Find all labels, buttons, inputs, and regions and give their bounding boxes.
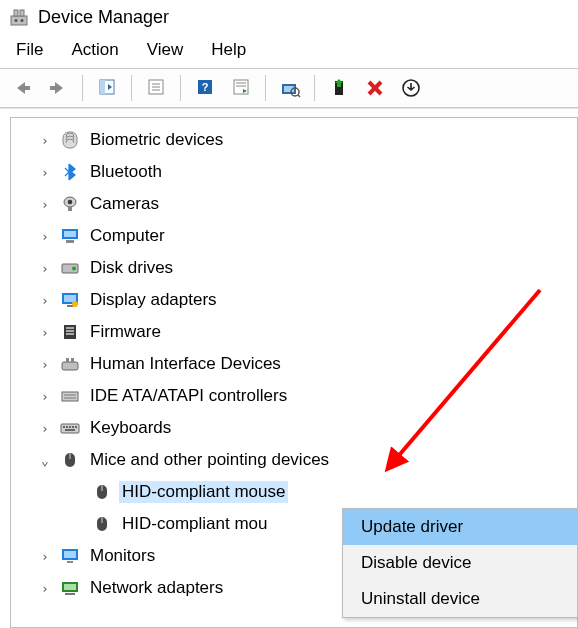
- app-icon: [8, 6, 30, 28]
- svg-rect-0: [11, 16, 27, 25]
- svg-rect-36: [64, 295, 76, 302]
- mouse-icon: [59, 449, 81, 471]
- svg-rect-41: [66, 330, 74, 332]
- action-menu-button[interactable]: [225, 73, 257, 103]
- tree-child-item[interactable]: HID-compliant mouse: [11, 476, 577, 508]
- toolbar: ?: [0, 68, 578, 108]
- context-menu-update-driver[interactable]: Update driver: [343, 509, 577, 545]
- firmware-icon: [59, 321, 81, 343]
- tree-item-label: Computer: [87, 225, 168, 247]
- chevron-right-icon[interactable]: ›: [37, 133, 53, 148]
- tree-item-biometric[interactable]: ›Biometric devices: [11, 124, 577, 156]
- chevron-right-icon[interactable]: ›: [37, 421, 53, 436]
- scan-hardware-button[interactable]: [274, 73, 306, 103]
- forward-button[interactable]: [42, 73, 74, 103]
- menu-file[interactable]: File: [16, 40, 43, 60]
- tree-item-ide[interactable]: ›IDE ATA/ATAPI controllers: [11, 380, 577, 412]
- tree-item-mouse[interactable]: ⌄Mice and other pointing devices: [11, 444, 577, 476]
- tree-item-label: HID-compliant mouse: [119, 481, 288, 503]
- chevron-down-icon[interactable]: ⌄: [37, 453, 53, 468]
- ide-icon: [59, 385, 81, 407]
- chevron-right-icon[interactable]: ›: [37, 357, 53, 372]
- svg-rect-6: [50, 86, 57, 90]
- svg-point-4: [21, 19, 24, 22]
- properties-button[interactable]: [140, 73, 172, 103]
- svg-rect-53: [72, 426, 74, 428]
- svg-rect-8: [100, 80, 105, 94]
- svg-rect-5: [23, 86, 30, 90]
- menu-help[interactable]: Help: [211, 40, 246, 60]
- chevron-right-icon[interactable]: ›: [37, 389, 53, 404]
- svg-rect-50: [63, 426, 65, 428]
- camera-icon: [59, 193, 81, 215]
- help-button[interactable]: ?: [189, 73, 221, 103]
- context-menu-uninstall-device[interactable]: Uninstall device: [343, 581, 577, 617]
- tree-item-label: IDE ATA/ATAPI controllers: [87, 385, 290, 407]
- uninstall-device-button[interactable]: [359, 73, 391, 103]
- svg-rect-32: [66, 240, 74, 243]
- monitor-icon: [59, 545, 81, 567]
- chevron-right-icon[interactable]: ›: [37, 165, 53, 180]
- svg-rect-42: [66, 333, 74, 335]
- tree-item-label: Biometric devices: [87, 129, 226, 151]
- context-menu-disable-device[interactable]: Disable device: [343, 545, 577, 581]
- context-menu: Update driver Disable device Uninstall d…: [342, 508, 578, 618]
- svg-rect-66: [64, 584, 76, 590]
- svg-point-34: [72, 267, 76, 271]
- tree-item-bluetooth[interactable]: ›Bluetooth: [11, 156, 577, 188]
- tree-item-label: HID-compliant mou: [119, 513, 271, 535]
- tree-item-label: Bluetooth: [87, 161, 165, 183]
- back-button[interactable]: [6, 73, 38, 103]
- chevron-right-icon[interactable]: ›: [37, 197, 53, 212]
- svg-rect-46: [62, 392, 78, 401]
- show-hide-console-tree-button[interactable]: [91, 73, 123, 103]
- tree-item-firmware[interactable]: ›Firmware: [11, 316, 577, 348]
- svg-rect-43: [62, 362, 78, 370]
- svg-line-21: [298, 95, 300, 97]
- svg-rect-64: [67, 561, 73, 563]
- svg-rect-45: [71, 358, 74, 362]
- menu-bar: File Action View Help: [0, 34, 578, 68]
- chevron-right-icon[interactable]: ›: [37, 293, 53, 308]
- svg-rect-55: [65, 429, 75, 431]
- tree-item-label: Cameras: [87, 193, 162, 215]
- toolbar-separator: [131, 75, 132, 101]
- tree-item-label: Disk drives: [87, 257, 176, 279]
- update-driver-button[interactable]: [323, 73, 355, 103]
- svg-point-3: [15, 19, 18, 22]
- tree-item-camera[interactable]: ›Cameras: [11, 188, 577, 220]
- tree-item-label: Mice and other pointing devices: [87, 449, 332, 471]
- tree-item-label: Monitors: [87, 545, 158, 567]
- svg-point-28: [68, 200, 73, 205]
- window-title: Device Manager: [38, 7, 169, 28]
- menu-view[interactable]: View: [147, 40, 184, 60]
- svg-rect-44: [66, 358, 69, 362]
- tree-item-hid[interactable]: ›Human Interface Devices: [11, 348, 577, 380]
- disable-device-button[interactable]: [395, 73, 427, 103]
- svg-rect-15: [234, 80, 248, 94]
- svg-rect-54: [75, 426, 77, 428]
- computer-icon: [59, 225, 81, 247]
- svg-rect-31: [64, 231, 76, 237]
- chevron-right-icon[interactable]: ›: [37, 325, 53, 340]
- svg-rect-29: [68, 207, 72, 211]
- tree-item-keyboard[interactable]: ›Keyboards: [11, 412, 577, 444]
- disk-icon: [59, 257, 81, 279]
- chevron-right-icon[interactable]: ›: [37, 229, 53, 244]
- tree-item-computer[interactable]: ›Computer: [11, 220, 577, 252]
- title-bar: Device Manager: [0, 0, 578, 34]
- toolbar-separator: [180, 75, 181, 101]
- mouse-icon: [91, 513, 113, 535]
- toolbar-separator: [314, 75, 315, 101]
- hid-icon: [59, 353, 81, 375]
- tree-item-label: Display adapters: [87, 289, 220, 311]
- svg-rect-51: [66, 426, 68, 428]
- tree-item-label: Keyboards: [87, 417, 174, 439]
- menu-action[interactable]: Action: [71, 40, 118, 60]
- tree-item-disk[interactable]: ›Disk drives: [11, 252, 577, 284]
- keyboard-icon: [59, 417, 81, 439]
- chevron-right-icon[interactable]: ›: [37, 261, 53, 276]
- tree-item-display[interactable]: ›Display adapters: [11, 284, 577, 316]
- chevron-right-icon[interactable]: ›: [37, 581, 53, 596]
- chevron-right-icon[interactable]: ›: [37, 549, 53, 564]
